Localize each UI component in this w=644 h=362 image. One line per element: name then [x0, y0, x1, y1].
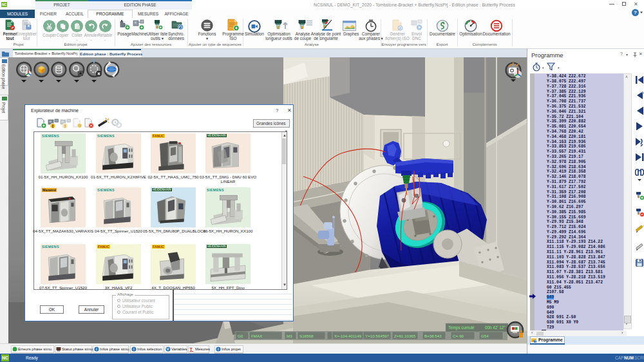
svg-text:00h 42' 12": 00h 42' 12"	[485, 325, 505, 330]
svg-text:Y=10.564597: Y=10.564597	[365, 334, 390, 338]
svg-text:M3: M3	[287, 334, 292, 338]
svg-text:G0: G0	[238, 334, 243, 338]
svg-text:Z=61.10365: Z=61.10365	[394, 334, 416, 338]
svg-text:T: T	[190, 347, 193, 352]
svg-text:G54: G54	[481, 334, 489, 338]
svg-text:C=-90: C=-90	[453, 334, 464, 338]
svg-text:V: V	[167, 347, 169, 351]
svg-text:FMAX: FMAX	[251, 334, 262, 338]
svg-text:B=38.543: B=38.543	[424, 334, 442, 338]
svg-text:S18568: S18568	[299, 334, 314, 338]
svg-text:X=-104.401149: X=-104.401149	[334, 334, 362, 338]
svg-text:Temps cumulé: Temps cumulé	[448, 325, 475, 330]
